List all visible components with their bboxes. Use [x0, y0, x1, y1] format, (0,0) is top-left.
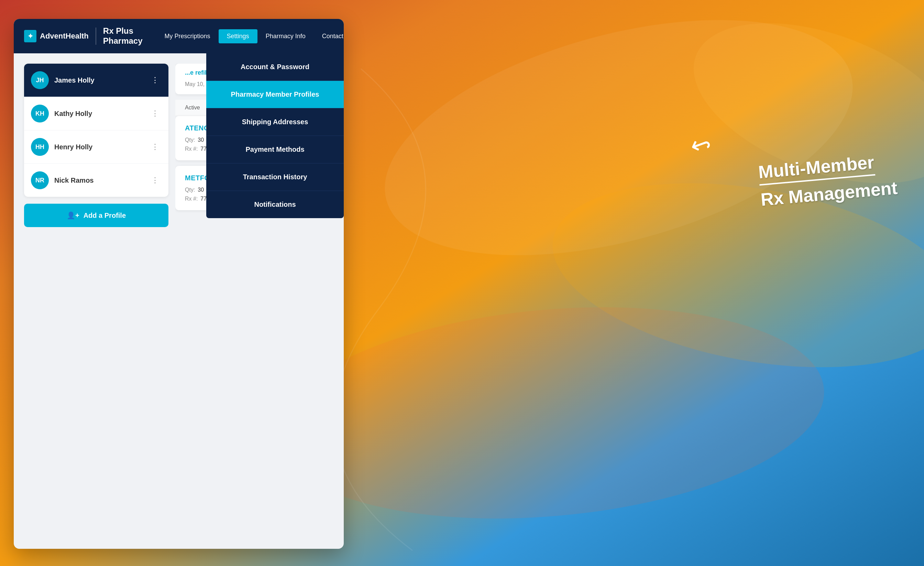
brand-logo: ✦ AdventHealth [24, 30, 88, 42]
add-profile-label: Add a Profile [84, 212, 126, 220]
qty-label: Qty: [185, 137, 195, 143]
avatar-jh: JH [31, 71, 49, 89]
profile-list: JH James Holly ⋮ KH Kathy Holly ⋮ HH Hen… [24, 64, 168, 197]
qty-value-metformin: 30 [198, 187, 204, 193]
advent-health-name: AdventHealth [40, 32, 88, 41]
brand: ✦ AdventHealth Rx Plus Pharmacy [24, 26, 142, 46]
brand-divider [96, 27, 96, 45]
avatar-nr: NR [31, 172, 49, 189]
profile-name-nr: Nick Ramos [54, 176, 143, 184]
profile-item-hh[interactable]: HH Henry Holly ⋮ [24, 130, 168, 164]
nav-settings[interactable]: Settings [219, 29, 258, 44]
profile-menu-nr[interactable]: ⋮ [148, 175, 162, 186]
app-window: ✦ AdventHealth Rx Plus Pharmacy My Presc… [14, 19, 344, 549]
avatar-hh: HH [31, 138, 49, 156]
profile-item-nr[interactable]: NR Nick Ramos ⋮ [24, 164, 168, 197]
profile-item-jh[interactable]: JH James Holly ⋮ [24, 64, 168, 97]
nav-my-prescriptions[interactable]: My Prescriptions [156, 29, 219, 44]
dropdown-payment-methods[interactable]: Payment Methods [206, 136, 344, 163]
annotation-text: Multi-Member Rx Management [758, 149, 898, 211]
dropdown-transaction-history[interactable]: Transaction History [206, 163, 344, 191]
profile-menu-jh[interactable]: ⋮ [148, 74, 162, 86]
settings-dropdown: Account & Password Pharmacy Member Profi… [206, 53, 344, 218]
annotation-arrow: ↩ [687, 128, 715, 161]
nav-contact[interactable]: Contact [314, 29, 344, 44]
profile-item-kh[interactable]: KH Kathy Holly ⋮ [24, 97, 168, 130]
dropdown-shipping-addresses[interactable]: Shipping Addresses [206, 108, 344, 136]
rx-num-label-m: Rx #: [185, 196, 198, 202]
dropdown-notifications[interactable]: Notifications [206, 191, 344, 218]
avatar-kh: KH [31, 105, 49, 122]
rx-plus-text: Rx Plus Pharmacy [103, 26, 142, 46]
qty-value-atenolol: 30 [198, 137, 204, 143]
profile-menu-hh[interactable]: ⋮ [148, 141, 162, 153]
add-profile-button[interactable]: 👤+ Add a Profile [24, 204, 168, 227]
navbar: ✦ AdventHealth Rx Plus Pharmacy My Presc… [14, 19, 344, 53]
profile-name-hh: Henry Holly [54, 143, 143, 151]
dropdown-pharmacy-member-profiles[interactable]: Pharmacy Member Profiles [206, 81, 344, 108]
profile-menu-kh[interactable]: ⋮ [148, 108, 162, 119]
sidebar: JH James Holly ⋮ KH Kathy Holly ⋮ HH Hen… [24, 64, 168, 539]
rx-num-label: Rx #: [185, 146, 198, 152]
qty-label-m: Qty: [185, 187, 195, 193]
profile-name-kh: Kathy Holly [54, 110, 143, 118]
annotation-line1: Multi-Member [758, 151, 876, 185]
add-profile-icon: 👤+ [67, 211, 80, 220]
svg-point-1 [360, 0, 878, 300]
svg-point-3 [267, 286, 833, 539]
status-label: Active [185, 105, 200, 110]
nav-links: My Prescriptions Settings Pharmacy Info … [156, 29, 344, 44]
dropdown-account-password[interactable]: Account & Password [206, 53, 344, 81]
nav-pharmacy-info[interactable]: Pharmacy Info [258, 29, 314, 44]
profile-name-jh: James Holly [54, 77, 143, 84]
advent-icon: ✦ [24, 30, 36, 42]
